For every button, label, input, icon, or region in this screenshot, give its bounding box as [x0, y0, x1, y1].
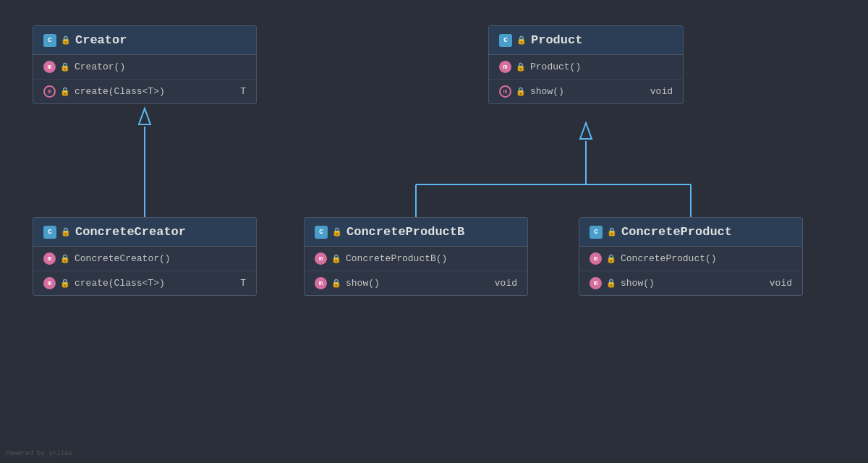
cp-method-2-return: void [770, 278, 792, 289]
concrete-creator-lock-icon: 🔒 [61, 227, 71, 237]
creator-method-1-text: Creator() [75, 61, 246, 72]
concrete-creator-c-icon: c [43, 226, 56, 239]
concrete-creator-header: c 🔒 ConcreteCreator [33, 218, 256, 247]
product-method-1-text: Product() [530, 61, 673, 72]
product-lock-icon-2: 🔒 [516, 87, 526, 97]
cc-method-2-return: T [240, 278, 246, 289]
concrete-product-b-header: c 🔒 ConcreteProductB [305, 218, 527, 247]
product-m-icon-2: m [499, 85, 511, 98]
cpb-method-show: m 🔒 show() void [305, 271, 527, 295]
diagram-canvas: c 🔒 Creator m 🔒 Creator() m 🔒 create(Cla… [0, 0, 868, 463]
product-method-show: m 🔒 show() void [489, 80, 683, 103]
creator-m-icon-1: m [43, 61, 56, 73]
cp-title: ConcreteProduct [621, 225, 732, 239]
creator-lock-icon-1: 🔒 [60, 62, 70, 72]
product-class: c 🔒 Product m 🔒 Product() m 🔒 show() voi… [488, 25, 684, 104]
cpb-lock-icon-2: 🔒 [331, 279, 341, 289]
cp-lock-icon: 🔒 [607, 227, 617, 237]
concrete-product-class: c 🔒 ConcreteProduct m 🔒 ConcreteProduct(… [579, 217, 803, 296]
product-method-2-return: void [650, 86, 673, 97]
cp-method-2-text: show() [621, 278, 765, 289]
creator-title: Creator [75, 33, 127, 47]
creator-method-create: m 🔒 create(Class<T>) T [33, 80, 256, 103]
cp-m-icon-1: m [590, 252, 602, 265]
cpb-method-2-return: void [495, 278, 517, 289]
cp-m-icon-2: m [590, 277, 602, 289]
cpb-title: ConcreteProductB [346, 225, 464, 239]
creator-lock-icon-2: 🔒 [60, 87, 70, 97]
cc-lock-icon-1: 🔒 [60, 254, 70, 264]
cp-method-constructor: m 🔒 ConcreteProduct() [579, 247, 802, 271]
creator-c-icon: c [43, 34, 56, 47]
product-header: c 🔒 Product [489, 26, 683, 55]
cpb-lock-icon: 🔒 [332, 227, 342, 237]
cpb-method-constructor: m 🔒 ConcreteProductB() [305, 247, 527, 271]
cp-method-1-text: ConcreteProduct() [621, 253, 792, 264]
cpb-c-icon: c [315, 226, 328, 239]
product-title: Product [531, 33, 582, 47]
concrete-creator-title: ConcreteCreator [75, 225, 186, 239]
cpb-m-icon-1: m [315, 252, 327, 265]
product-m-icon-1: m [499, 61, 511, 73]
concrete-creator-method-create: m 🔒 create(Class<T>) T [33, 271, 256, 295]
product-c-icon: c [499, 34, 512, 47]
cc-lock-icon-2: 🔒 [60, 279, 70, 289]
cp-lock-icon-2: 🔒 [606, 279, 616, 289]
product-lock-icon: 🔒 [516, 35, 527, 46]
cpb-method-1-text: ConcreteProductB() [346, 253, 517, 264]
product-lock-icon-1: 🔒 [516, 62, 526, 72]
cc-m-icon-1: m [43, 252, 56, 265]
creator-method-constructor: m 🔒 Creator() [33, 55, 256, 80]
concrete-product-header: c 🔒 ConcreteProduct [579, 218, 802, 247]
concrete-creator-class: c 🔒 ConcreteCreator m 🔒 ConcreteCreator(… [33, 217, 257, 296]
cp-c-icon: c [590, 226, 603, 239]
cpb-lock-icon-1: 🔒 [331, 254, 341, 264]
creator-method-2-text: create(Class<T>) [75, 86, 236, 97]
svg-marker-7 [580, 123, 592, 139]
product-method-2-text: show() [530, 86, 646, 97]
creator-header: c 🔒 Creator [33, 26, 256, 55]
product-method-constructor: m 🔒 Product() [489, 55, 683, 80]
concrete-creator-method-constructor: m 🔒 ConcreteCreator() [33, 247, 256, 271]
cc-method-1-text: ConcreteCreator() [75, 253, 246, 264]
creator-lock-icon: 🔒 [61, 35, 71, 46]
creator-method-2-return: T [240, 86, 246, 97]
creator-class: c 🔒 Creator m 🔒 Creator() m 🔒 create(Cla… [33, 25, 257, 104]
cpb-m-icon-2: m [315, 277, 327, 289]
cc-m-icon-2: m [43, 277, 56, 289]
svg-marker-1 [139, 109, 150, 124]
creator-m-icon-2: m [43, 85, 56, 98]
concrete-product-b-class: c 🔒 ConcreteProductB m 🔒 ConcreteProduct… [304, 217, 528, 296]
watermark: Powered by yFiles [6, 450, 72, 457]
cp-lock-icon-1: 🔒 [606, 254, 616, 264]
cp-method-show: m 🔒 show() void [579, 271, 802, 295]
cc-method-2-text: create(Class<T>) [75, 278, 236, 289]
cpb-method-2-text: show() [346, 278, 490, 289]
